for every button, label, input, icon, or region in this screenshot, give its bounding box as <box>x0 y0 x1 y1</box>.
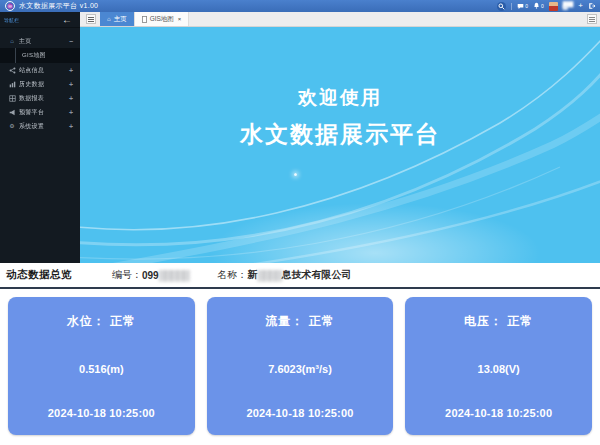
user-info[interactable]: ███ ██ <box>563 2 574 11</box>
bar-chart-icon <box>8 81 16 88</box>
card-timestamp: 2024-10-18 10:25:00 <box>207 407 394 419</box>
user-avatar[interactable] <box>549 2 558 11</box>
card-title: 水位： 正常 <box>8 313 195 330</box>
tab-bar: ⌂ 主页 GIS地图 × <box>80 12 600 27</box>
sidebar-item-label: 数据报表 <box>19 94 44 103</box>
sparkle-decoration <box>294 173 297 176</box>
sidebar-header: 导航栏 ← <box>0 12 80 28</box>
collapse-minus-icon: − <box>69 38 73 45</box>
topbar-divider <box>511 3 512 10</box>
home-icon: ⌂ <box>107 16 111 22</box>
flow-rate-card: 流量： 正常 7.6023(m³/s) 2024-10-18 10:25:00 <box>207 297 394 435</box>
station-code: 编号： 099 ▒▒▒▒▒ <box>112 268 189 282</box>
messages-button[interactable]: 0 <box>517 3 528 10</box>
sidebar-item-label: 站点信息 <box>19 66 44 75</box>
name-value-prefix: 新 <box>247 268 257 282</box>
sidebar-item-stations[interactable]: 站点信息 + <box>0 63 80 77</box>
sidebar: 导航栏 ← ⌂ 主页 − GIS地图 站点信息 <box>0 12 80 263</box>
notifications-button[interactable]: 0 <box>533 2 544 10</box>
welcome-banner: 欢迎使用 水文数据展示平台 <box>80 27 600 263</box>
sidebar-item-label: 系统设置 <box>19 122 44 131</box>
app-window: ♒ 水文数据展示平台 v1.00 0 0 <box>0 0 600 445</box>
tab-list-button[interactable] <box>587 14 597 24</box>
sidebar-item-history-data[interactable]: 历史数据 + <box>0 77 80 91</box>
expand-plus-icon: + <box>69 109 73 116</box>
user-role: ██ <box>563 7 574 11</box>
card-timestamp: 2024-10-18 10:25:00 <box>405 407 592 419</box>
bell-icon <box>533 2 540 10</box>
section-title: 动态数据总览 <box>6 268 72 282</box>
message-icon <box>517 3 524 10</box>
glow-decoration <box>210 203 540 263</box>
share-nodes-icon <box>8 67 16 74</box>
sidebar-item-home[interactable]: ⌂ 主页 − <box>0 34 80 48</box>
sidebar-item-label: 主页 <box>19 37 32 46</box>
welcome-line1: 欢迎使用 <box>80 85 600 111</box>
app-title: 水文数据展示平台 v1.00 <box>19 1 98 11</box>
home-icon: ⌂ <box>8 38 16 44</box>
voltage-card: 电压： 正常 13.08(V) 2024-10-18 10:25:00 <box>405 297 592 435</box>
app-logo-icon: ♒ <box>5 1 15 11</box>
card-value: 0.516(m) <box>8 363 195 375</box>
overview-row: 动态数据总览 编号： 099 ▒▒▒▒▒ 名称： 新 ▒▒▒▒ 息技术有限公司 <box>0 263 600 287</box>
tab-gis-label: GIS地图 <box>150 15 174 24</box>
megaphone-icon <box>8 109 16 116</box>
tab-home-label: 主页 <box>114 15 127 24</box>
status-cards: 水位： 正常 0.516(m) 2024-10-18 10:25:00 流量： … <box>0 297 600 435</box>
top-bar: ♒ 水文数据展示平台 v1.00 0 0 <box>0 0 600 12</box>
collapse-arrow-icon[interactable]: ← <box>62 13 72 26</box>
message-count-badge: 0 <box>525 3 528 9</box>
grid-icon <box>8 95 16 102</box>
tab-list-icon <box>589 17 595 22</box>
card-value: 7.6023(m³/s) <box>207 363 394 375</box>
gear-icon: ⚙ <box>8 123 16 129</box>
sidebar-brand: 导航栏 <box>4 17 19 23</box>
code-value: 099 <box>142 270 159 281</box>
sidebar-menu: ⌂ 主页 − GIS地图 站点信息 + <box>0 28 80 133</box>
name-label: 名称： <box>217 268 247 282</box>
search-button[interactable] <box>497 2 506 11</box>
tab-gis[interactable]: GIS地图 × <box>134 12 190 26</box>
sidebar-item-alerts[interactable]: 预警平台 + <box>0 105 80 119</box>
tree-guide-line <box>15 48 16 63</box>
document-icon <box>142 16 147 23</box>
card-timestamp: 2024-10-18 10:25:00 <box>8 407 195 419</box>
name-redacted: ▒▒▒▒ <box>257 270 281 281</box>
sidebar-item-label: 历史数据 <box>19 80 44 89</box>
code-label: 编号： <box>112 268 142 282</box>
add-button[interactable]: + <box>578 1 583 11</box>
card-title: 流量： 正常 <box>207 313 394 330</box>
close-icon[interactable]: × <box>178 16 182 22</box>
sidebar-item-gis-map[interactable]: GIS地图 <box>0 48 80 63</box>
water-level-card: 水位： 正常 0.516(m) 2024-10-18 10:25:00 <box>8 297 195 435</box>
expand-plus-icon: + <box>69 95 73 102</box>
hamburger-icon <box>88 17 94 22</box>
logout-icon[interactable] <box>588 2 596 10</box>
sidebar-item-label: 预警平台 <box>19 108 44 117</box>
sidebar-toggle-button[interactable] <box>86 14 96 24</box>
search-icon <box>498 3 505 10</box>
alert-count-badge: 0 <box>541 3 544 9</box>
sidebar-item-settings[interactable]: ⚙ 系统设置 + <box>0 119 80 133</box>
section-divider <box>0 287 600 289</box>
code-redacted: ▒▒▒▒▒ <box>159 270 189 281</box>
welcome-line2: 水文数据展示平台 <box>80 119 600 150</box>
expand-plus-icon: + <box>69 81 73 88</box>
expand-plus-icon: + <box>69 123 73 130</box>
sidebar-item-reports[interactable]: 数据报表 + <box>0 91 80 105</box>
station-name: 名称： 新 ▒▒▒▒ 息技术有限公司 <box>217 268 351 282</box>
sidebar-item-label: GIS地图 <box>22 51 46 60</box>
expand-plus-icon: + <box>69 67 73 74</box>
card-title: 电压： 正常 <box>405 313 592 330</box>
name-value-suffix: 息技术有限公司 <box>281 268 351 282</box>
card-value: 13.08(V) <box>405 363 592 375</box>
tab-home[interactable]: ⌂ 主页 <box>100 12 134 26</box>
